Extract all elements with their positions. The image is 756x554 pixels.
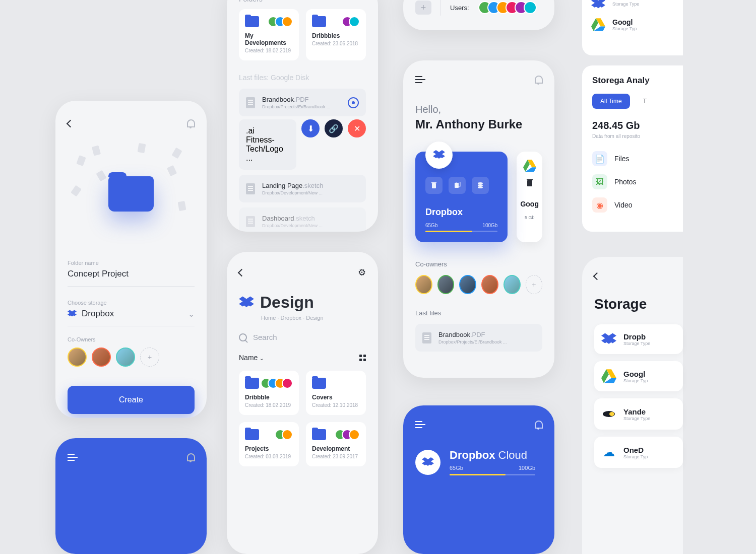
folder-name-value: Concept Project <box>68 269 195 279</box>
back-icon[interactable] <box>594 273 600 279</box>
greeting: Hello, <box>415 104 542 115</box>
view-toggle-icon[interactable] <box>359 355 366 361</box>
coowners-label: Co-owners <box>415 260 542 268</box>
last-files-header: Last files: Google Disk <box>239 74 366 82</box>
create-button[interactable]: Create <box>68 386 195 414</box>
search-input[interactable]: Search <box>239 333 366 341</box>
folder-icon <box>245 378 259 389</box>
onedrive-icon: ☁ <box>601 445 616 460</box>
folder-card[interactable]: My Developments Created: 18.02.2019 <box>239 9 299 60</box>
analytics-item[interactable]: 📄 Files <box>592 147 683 170</box>
storage-card-primary[interactable]: Dropbox 65Gb100Gb <box>415 152 508 242</box>
search-icon <box>239 333 247 341</box>
document-icon <box>246 183 255 194</box>
svg-rect-0 <box>432 183 436 188</box>
analytics-panel: Storega Analy All Time T 248.45 Gb Data … <box>582 65 683 232</box>
bell-icon[interactable] <box>534 421 542 429</box>
avatar[interactable] <box>92 348 111 367</box>
file-row[interactable]: Brandbook.PDF Dropbox/Projects/Ei/Brandb… <box>415 324 542 352</box>
sort-dropdown[interactable]: Name ⌄ <box>239 354 264 362</box>
link-button[interactable]: 🔗 <box>325 119 343 137</box>
folder-created: Created: 18.02.2019 <box>245 48 293 53</box>
tab-all-time[interactable]: All Time <box>592 94 630 109</box>
avatar[interactable] <box>68 348 87 367</box>
users-strip: + Users: <box>403 0 554 30</box>
coowners-label: Co-Owners <box>68 336 195 342</box>
avatar[interactable] <box>116 348 135 367</box>
bell-icon[interactable] <box>534 76 542 84</box>
folders-screen: Folders My Developments Created: 18.02.2… <box>227 0 378 232</box>
files-icon: 📄 <box>592 151 607 166</box>
avatar[interactable] <box>481 275 498 294</box>
video-icon: ◉ <box>592 197 607 213</box>
add-owner-button[interactable]: + <box>526 275 542 294</box>
list-item[interactable]: Storage Type <box>591 0 683 14</box>
avatar[interactable] <box>415 275 432 294</box>
file-row[interactable]: Dashboard.sketch Dropbox/Development/New… <box>239 207 366 232</box>
gdrive-icon <box>591 18 605 31</box>
storage-row[interactable]: DropbStorage Type <box>594 324 683 354</box>
analytics-item[interactable]: 🖼 Photos <box>592 170 683 193</box>
back-icon[interactable] <box>239 270 244 275</box>
menu-icon[interactable] <box>415 79 425 80</box>
bell-icon[interactable] <box>186 453 195 461</box>
back-icon[interactable] <box>68 121 73 126</box>
settings-icon[interactable]: ⚙ <box>358 267 366 278</box>
svg-point-10 <box>609 412 614 416</box>
users-label: Users: <box>450 4 469 12</box>
folder-card[interactable]: Development Created: 23.09.2017 <box>306 422 366 466</box>
storage-select[interactable]: Choose storage Dropbox ⌄ <box>68 300 195 326</box>
storage-row[interactable]: YandeStorage Type <box>594 398 683 430</box>
storage-row[interactable]: GooglStorage Typ <box>594 361 683 391</box>
folder-card[interactable]: Covers Created: 12.10.2018 <box>306 371 366 415</box>
trash-icon[interactable] <box>425 177 443 194</box>
folder-icon <box>245 16 259 27</box>
document-icon <box>246 216 255 227</box>
last-files-label: Last files <box>415 309 542 317</box>
document-icon <box>422 332 431 343</box>
dropbox-cloud-screen: Dropbox Cloud 65Gb100Gb <box>403 405 554 554</box>
download-button[interactable]: ⬇ <box>301 119 320 137</box>
add-button[interactable]: + <box>415 1 431 15</box>
folder-card[interactable]: Dribbble Created: 18.02.2019 <box>239 371 299 415</box>
file-row[interactable]: Landing Page.sketch Dropbox/Development/… <box>239 175 366 202</box>
bell-icon[interactable] <box>186 119 195 127</box>
avatar[interactable] <box>459 275 476 294</box>
chevron-down-icon: ⌄ <box>188 309 195 319</box>
menu-icon[interactable] <box>415 424 425 425</box>
create-folder-screen: Folder name Concept Project Choose stora… <box>55 101 207 418</box>
storage-list-screen: Storage DropbStorage Type GooglStorage T… <box>582 257 683 554</box>
tab-other[interactable]: T <box>635 94 655 109</box>
database-icon[interactable] <box>472 177 489 194</box>
analytics-title: Storega Analy <box>592 76 683 86</box>
svg-point-5 <box>478 184 483 186</box>
trash-icon <box>526 179 533 189</box>
list-item[interactable]: GooglStorage Typ <box>591 14 683 35</box>
gdrive-icon <box>601 369 616 383</box>
add-owner-button[interactable]: + <box>140 348 159 367</box>
folder-name-field[interactable]: Folder name Concept Project <box>68 260 195 287</box>
folder-illustration <box>68 141 195 247</box>
menu-icon[interactable] <box>68 457 78 458</box>
file-row[interactable]: Brandbook.PDF Dropbox/Projects/Ei/Brandb… <box>239 89 366 116</box>
svg-point-4 <box>478 182 483 184</box>
select-icon[interactable] <box>348 97 359 108</box>
storage-row[interactable]: ☁ OneDStorage Typ <box>594 437 683 468</box>
copy-icon[interactable] <box>449 177 466 194</box>
dropbox-icon <box>239 296 254 309</box>
storage-card-secondary[interactable]: Goog 5 Gb <box>517 152 542 242</box>
folder-card[interactable]: Dribbbles Created: 23.06.2018 <box>306 9 366 60</box>
file-row-swiped[interactable]: .ai Fitness-Tech/Logo ... <box>239 119 296 170</box>
avatar[interactable] <box>524 1 537 14</box>
storage-name: Dropbox <box>425 207 497 218</box>
folder-name-label: Folder name <box>68 260 195 266</box>
analytics-total: 248.45 Gb <box>592 120 683 131</box>
analytics-item[interactable]: ◉ Video <box>592 193 683 217</box>
folder-card[interactable]: Projects Created: 03.08.2019 <box>239 422 299 466</box>
avatar[interactable] <box>503 275 521 294</box>
delete-button[interactable]: ✕ <box>348 119 366 137</box>
folder-created: Created: 23.06.2018 <box>312 41 360 46</box>
folder-icon <box>312 378 326 389</box>
home-screen: Hello, Mr. Anthony Burke Dropbox 65Gb100… <box>403 60 554 378</box>
avatar[interactable] <box>437 275 455 294</box>
